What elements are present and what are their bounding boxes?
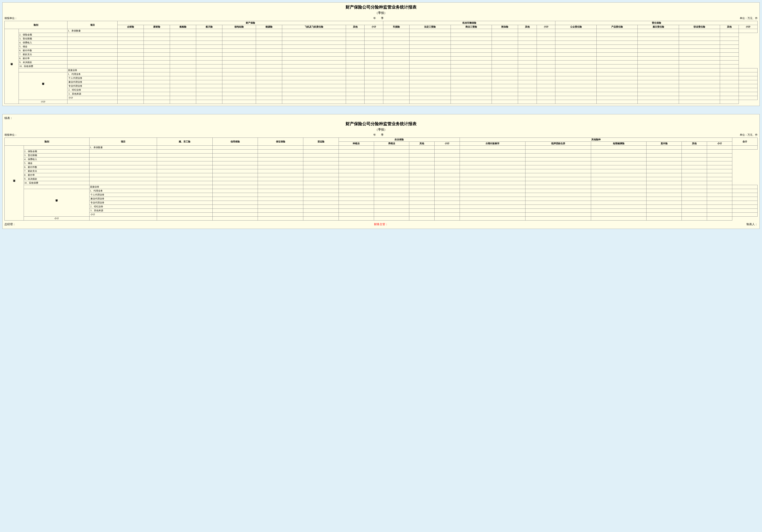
data-cell [117, 72, 144, 76]
data-cell [339, 189, 374, 193]
data-cell [144, 76, 170, 80]
data-cell [282, 88, 346, 92]
data-cell [707, 209, 732, 213]
data-cell [682, 189, 707, 193]
data-cell [212, 154, 258, 157]
data-cell [256, 72, 282, 76]
data-cell [346, 60, 364, 64]
data-cell [720, 68, 739, 72]
data-cell [144, 96, 170, 100]
data-cell [679, 37, 720, 41]
data-cell [682, 193, 707, 197]
data-cell [518, 100, 537, 104]
data-cell [409, 185, 434, 189]
data-cell [537, 76, 555, 80]
data-cell [222, 100, 256, 104]
footer-line: 总经理： 财务主管： 制表人： [4, 222, 758, 227]
th2-yiwai: 意外险 [647, 142, 682, 146]
data-cell [282, 53, 346, 57]
data-cell [339, 185, 374, 189]
data-cell [346, 68, 364, 72]
data-cell [196, 92, 222, 96]
data-cell [682, 150, 707, 154]
data-cell [212, 185, 258, 189]
data-cell [144, 92, 170, 96]
data-cell [460, 157, 525, 161]
data-cell [303, 193, 339, 197]
data-cell [144, 60, 170, 64]
data-cell [282, 80, 346, 84]
data-cell [282, 37, 346, 41]
data-cell [518, 88, 537, 92]
data-cell [555, 29, 597, 33]
data-cell [492, 41, 518, 45]
data-cell [555, 68, 597, 72]
data-cell [596, 88, 638, 92]
data-cell [89, 181, 157, 185]
data-cell [157, 197, 212, 201]
data-cell [434, 217, 460, 221]
data-cell [144, 57, 170, 60]
data-cell [409, 157, 434, 161]
data-cell [739, 29, 758, 33]
data-cell [374, 213, 409, 217]
subtitle-2: （季报） [4, 127, 758, 132]
data-cell [451, 60, 492, 64]
data-cell [364, 72, 383, 76]
data-cell [537, 64, 555, 68]
data-cell [117, 92, 144, 96]
data-cell [170, 88, 196, 92]
data-cell [339, 217, 374, 221]
data-cell [222, 88, 256, 92]
data-cell [596, 45, 638, 49]
data-cell [720, 76, 739, 80]
data-cell [638, 37, 679, 41]
data-cell [339, 213, 374, 217]
data-cell [679, 100, 720, 104]
data-cell [707, 157, 732, 161]
data-cell [537, 88, 555, 92]
table-row: 4、保费收入 [5, 157, 758, 161]
th-xiaoji-p: 小计 [364, 25, 383, 29]
maker: 制表人： [746, 222, 758, 226]
data-cell [460, 146, 525, 150]
data-cell [383, 68, 410, 72]
data-cell [410, 64, 451, 68]
data-cell [222, 84, 256, 88]
data-cell [256, 96, 282, 100]
stat-row-label-2: 7、赔款支出 [24, 169, 89, 173]
col-liability: 责任保险 [555, 21, 758, 25]
th-chuanbo: 船舶险 [170, 25, 196, 29]
data-cell [518, 45, 537, 49]
table-row: 小计 [5, 96, 758, 100]
data-cell [591, 161, 646, 165]
data-cell [117, 68, 144, 72]
data-cell [492, 49, 518, 53]
data-cell [720, 72, 739, 76]
data-cell [170, 41, 196, 45]
data-cell [739, 68, 758, 72]
data-cell [222, 68, 256, 72]
data-cell [555, 41, 597, 45]
th-gongzhong: 公众责任险 [555, 25, 597, 29]
data-cell [682, 154, 707, 157]
data-cell [682, 177, 707, 181]
data-cell [157, 217, 212, 221]
data-cell [555, 96, 597, 100]
table-row: 个人代理业务 [5, 76, 758, 80]
data-cell [492, 60, 518, 64]
data-cell [222, 41, 256, 45]
data-cell [222, 33, 256, 37]
data-cell [591, 146, 646, 150]
data-cell [591, 165, 646, 169]
data-cell [460, 217, 525, 221]
data-cell [67, 49, 117, 53]
data-cell [374, 173, 409, 177]
th-xiaoji-m: 小计 [537, 25, 555, 29]
data-cell [638, 33, 679, 37]
data-cell [409, 193, 434, 197]
data-cell [346, 37, 364, 41]
data-cell [707, 173, 732, 177]
data-cell [409, 177, 434, 181]
table-row: 4、保费收入 [5, 41, 758, 45]
